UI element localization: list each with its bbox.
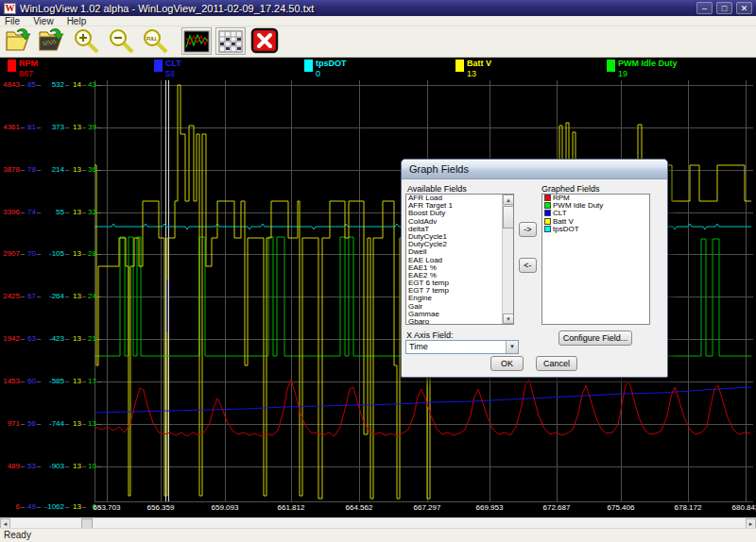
y-axis-value: 10 (87, 462, 96, 470)
x-axis-tick-label: 667.297 (414, 503, 441, 512)
graphed-fields-label: Graphed Fields (541, 184, 600, 194)
y-axis-row: 3878–78–214–13–36– (2, 165, 102, 174)
y-axis-row: 4361–81–373–13–39– (2, 123, 102, 131)
x-axis-tick-label: 669.953 (476, 503, 504, 512)
move-left-button[interactable]: <- (519, 258, 537, 273)
legend-color-chip (304, 59, 313, 72)
minimize-button[interactable]: – (696, 2, 713, 14)
ok-button[interactable]: OK (490, 356, 524, 371)
y-axis-value: 2907 (2, 249, 20, 258)
axis-dash: – (96, 419, 102, 428)
axis-dash: – (96, 377, 102, 385)
maximize-button[interactable]: □ (716, 2, 732, 14)
y-axis-row: 4843–85–532–14–43– (2, 80, 102, 89)
zoom-full-button[interactable]: FULL (142, 27, 170, 56)
chevron-down-icon[interactable]: ▼ (506, 341, 518, 353)
y-axis-row: 3396–74–55–13–32– (2, 208, 102, 216)
dialog-title-bar[interactable]: Graph Fields (402, 160, 667, 179)
table-view-button[interactable] (215, 27, 246, 55)
x-axis-tick-label: 656.359 (147, 503, 175, 512)
available-list-scrollbar[interactable]: ▲ ▼ (502, 195, 513, 324)
y-axis-row: 2425–67–-264–13–24– (2, 292, 102, 300)
y-axis-value: 81 (26, 123, 36, 131)
y-axis-value: -903 (42, 462, 64, 470)
y-axis-value: 67 (26, 292, 36, 300)
cancel-button[interactable]: Cancel (536, 356, 577, 371)
y-axis-value: 56 (26, 419, 36, 428)
x-axis-tick-label: 680.843 (732, 503, 756, 512)
y-axis-value: 1453 (2, 377, 20, 385)
dialog-title: Graph Fields (409, 163, 469, 175)
move-right-button[interactable]: -> (519, 222, 537, 237)
configure-field-button[interactable]: Configure Field... (558, 330, 632, 346)
y-axis-row: 971–56–-744–13–13– (2, 419, 102, 428)
close-button[interactable]: ✕ (736, 2, 752, 14)
zoom-full-label: FULL (146, 36, 157, 42)
axis-dash: – (96, 208, 102, 216)
zoom-out-icon (108, 27, 136, 56)
y-axis-row: 1942–63–-423–13–21– (2, 334, 102, 343)
status-text: Ready (4, 530, 31, 540)
legend-series-value: 58 (165, 69, 175, 78)
y-axis-value: 39 (87, 123, 96, 131)
y-axis-value: -423 (42, 334, 64, 343)
y-axis-value: 17 (87, 377, 96, 385)
available-fields-list[interactable]: AFR LoadAFR Target 1Boost DutyColdAdvdel… (405, 194, 514, 325)
y-axis-value: 13 (70, 377, 81, 385)
x-axis-field-label: X Axis Field: (406, 330, 454, 340)
y-axis-value: 13 (70, 292, 81, 300)
horizontal-scrollbar[interactable]: ◄ ► (0, 517, 756, 528)
application-window: W WinLogView 1.02 alpha - WinLogView_201… (0, 0, 756, 542)
y-axis-labels: 4843–85–532–14–43–4361–81–373–13–39–3878… (0, 0, 94, 542)
graphed-fields-list[interactable]: RPMPWM Idle DutyCLTBatt VtpsDOT (541, 194, 650, 325)
scroll-thumb[interactable] (503, 206, 514, 229)
graph-fields-dialog[interactable]: Graph Fields Available Fields Graphed Fi… (401, 159, 668, 378)
legend-row: RPM867CLT58tpsDOT0Batt V13PWM Idle Duty1… (0, 58, 756, 82)
red-x-icon (250, 27, 279, 54)
available-field-item[interactable]: Gbaro (406, 318, 502, 325)
y-axis-row: 1453–60–-585–13–17– (2, 377, 102, 385)
scroll-down-icon[interactable]: ▼ (503, 313, 514, 324)
axis-dash: – (96, 80, 102, 89)
y-axis-value: 60 (26, 377, 36, 385)
y-axis-value: 4843 (2, 80, 20, 89)
x-axis-tick-label: 659.093 (212, 503, 239, 512)
y-axis-value: 13 (70, 334, 81, 343)
y-axis-value: 4361 (2, 123, 20, 131)
y-axis-value: 36 (87, 165, 96, 174)
axis-dash: – (96, 123, 102, 131)
legend-color-chip (154, 59, 163, 72)
field-color-chip (544, 226, 551, 232)
scroll-up-icon[interactable]: ▲ (503, 195, 514, 205)
axis-dash: – (96, 292, 102, 300)
legend-series-name: tpsDOT (316, 59, 347, 68)
y-axis-value: 3396 (2, 208, 20, 216)
legend-series-value: 19 (618, 69, 627, 78)
y-axis-value: 85 (26, 80, 36, 89)
y-axis-row: 2907–70–-105–13–28– (2, 249, 102, 258)
x-axis-labels: 653.703656.359659.093661.812664.562667.2… (0, 503, 756, 515)
y-axis-value: 78 (26, 165, 36, 174)
close-file-button[interactable] (250, 27, 279, 54)
title-bar[interactable]: W WinLogView 1.02 alpha - WinLogView_201… (0, 0, 756, 16)
field-color-chip (544, 202, 551, 209)
graphed-field-item[interactable]: tpsDOT (542, 226, 649, 233)
x-axis-tick-label: 672.687 (543, 503, 571, 512)
available-fields-label: Available Fields (407, 184, 467, 194)
y-axis-value: -585 (42, 377, 64, 385)
status-bar: Ready (0, 528, 756, 542)
x-axis-tick-label: 653.703 (94, 503, 121, 512)
graphed-field-name: tpsDOT (553, 225, 579, 233)
y-axis-value: 28 (87, 249, 96, 258)
x-axis-tick-label: 661.812 (278, 503, 305, 512)
graph-view-button[interactable] (181, 27, 212, 55)
legend-series-value: 13 (467, 69, 476, 78)
y-axis-value: 74 (26, 208, 36, 216)
y-axis-value: 43 (87, 80, 96, 89)
x-axis-field-select[interactable]: Time ▼ (405, 340, 519, 354)
y-axis-value: 55 (42, 208, 64, 216)
zoom-full-icon (142, 27, 170, 56)
x-axis-tick-label: 664.562 (346, 503, 373, 512)
y-axis-value: 532 (42, 80, 64, 89)
zoom-out-button[interactable] (108, 27, 136, 56)
